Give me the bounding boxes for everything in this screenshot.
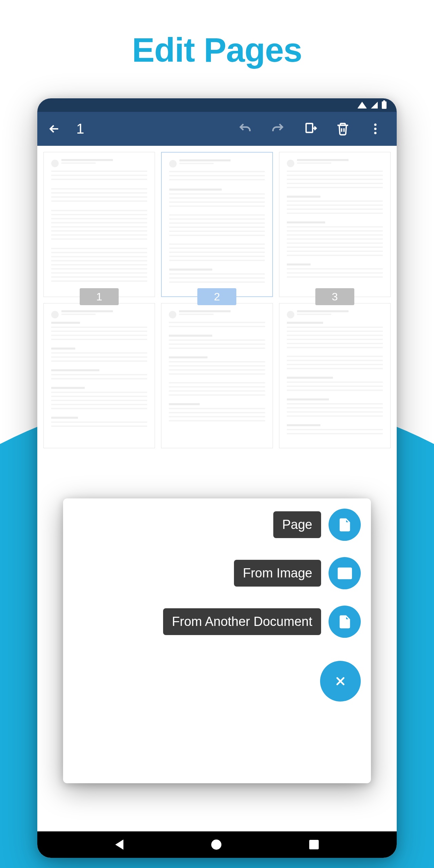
status-bar xyxy=(37,98,397,112)
page-thumbnail-5[interactable] xyxy=(161,303,273,448)
more-button[interactable] xyxy=(365,119,386,139)
undo-icon xyxy=(238,122,252,136)
delete-button[interactable] xyxy=(333,119,353,139)
android-nav-bar xyxy=(37,831,397,858)
svg-point-3 xyxy=(374,132,377,134)
nav-back-button[interactable] xyxy=(115,840,123,850)
fab-icon-page xyxy=(329,509,361,541)
fab-menu-card: Page From Image From Another Document xyxy=(63,498,371,783)
rotate-icon xyxy=(303,122,317,136)
more-vert-icon xyxy=(368,122,382,136)
fab-option-page[interactable]: Page xyxy=(273,509,361,541)
page-grid: 1 2 3 xyxy=(37,146,397,454)
fab-icon-from-image xyxy=(329,557,361,589)
fab-icon-from-document xyxy=(329,606,361,638)
back-button[interactable] xyxy=(46,120,63,137)
arrow-left-icon xyxy=(47,122,61,136)
page-thumbnail-1[interactable] xyxy=(43,152,155,297)
redo-icon xyxy=(271,122,285,136)
document-icon xyxy=(337,517,353,533)
svg-rect-0 xyxy=(306,123,313,132)
page-thumbnail-3[interactable] xyxy=(279,152,391,297)
page-thumbnail-2[interactable] xyxy=(161,152,273,297)
fab-close-button[interactable] xyxy=(320,661,361,702)
nav-recents-button[interactable] xyxy=(309,840,319,849)
image-icon xyxy=(337,566,353,581)
close-icon xyxy=(334,675,347,688)
fab-option-from-image[interactable]: From Image xyxy=(234,557,361,589)
wifi-icon xyxy=(357,102,367,108)
undo-button[interactable] xyxy=(235,119,255,139)
fab-label-page: Page xyxy=(273,511,321,538)
page-thumbnail-4[interactable] xyxy=(43,303,155,448)
app-toolbar: 1 xyxy=(37,112,397,146)
signal-icon xyxy=(371,102,378,108)
rotate-page-button[interactable] xyxy=(300,119,320,139)
fab-option-from-document[interactable]: From Another Document xyxy=(163,606,361,638)
battery-icon xyxy=(382,101,387,109)
page-thumbnail-6[interactable] xyxy=(279,303,391,448)
svg-point-1 xyxy=(374,123,377,126)
nav-home-button[interactable] xyxy=(211,840,221,850)
screen-title: Edit Pages xyxy=(0,0,434,70)
fab-label-from-image: From Image xyxy=(234,560,321,587)
fab-label-from-document: From Another Document xyxy=(163,608,321,635)
trash-icon xyxy=(336,122,350,136)
redo-button[interactable] xyxy=(268,119,288,139)
toolbar-page-number: 1 xyxy=(76,121,84,137)
document-icon xyxy=(337,614,353,630)
svg-point-2 xyxy=(374,128,377,130)
